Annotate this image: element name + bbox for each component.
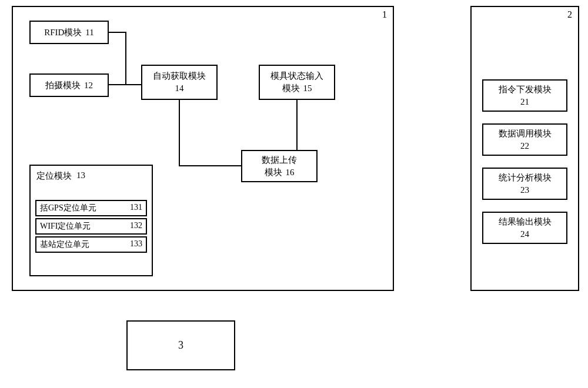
connector-line [109,84,126,85]
unit-wifi: WIFI定位单元 132 [35,218,147,235]
connector-line [109,32,126,33]
module-position-header: 定位模块 13 [31,166,152,186]
container-2-label: 2 [567,9,572,20]
module-rfid: RFID模块 11 [29,21,109,44]
module-auto-text: 自动获取模块 [153,70,206,82]
block-3: 3 [126,320,235,370]
container-1-label: 1 [382,9,387,20]
module-rfid-text: RFID模块 [44,26,82,39]
module-stat: 统计分析模块 23 [482,168,567,200]
unit-base: 基站定位单元 133 [35,236,147,253]
module-camera-text: 拍摄模块 [45,79,81,92]
connector-line [179,100,180,166]
block-3-label: 3 [178,338,183,353]
module-status-text: 模具状态输入 [270,70,323,82]
module-status-row2: 模块 15 [282,82,312,95]
module-upload-row2: 模块 16 [265,166,295,179]
connector-line [125,84,141,85]
module-data: 数据调用模块 22 [482,123,567,156]
connector-line [296,100,298,150]
module-rfid-num: 11 [85,26,93,39]
module-camera-num: 12 [84,79,93,92]
module-status: 模具状态输入 模块 15 [259,65,335,100]
module-auto: 自动获取模块 14 [141,65,218,100]
module-camera: 拍摄模块 12 [29,73,109,97]
module-upload: 数据上传 模块 16 [241,150,318,182]
module-cmd: 指令下发模块 21 [482,79,567,112]
module-output: 结果输出模块 24 [482,212,567,244]
connector-line [125,32,126,85]
unit-gps: 括GPS定位单元 131 [35,200,147,216]
module-auto-num: 14 [175,82,184,95]
module-position: 定位模块 13 括GPS定位单元 131 WIFI定位单元 132 基站定位单元… [29,165,153,276]
module-upload-text: 数据上传 [262,154,297,166]
connector-line [179,165,241,166]
